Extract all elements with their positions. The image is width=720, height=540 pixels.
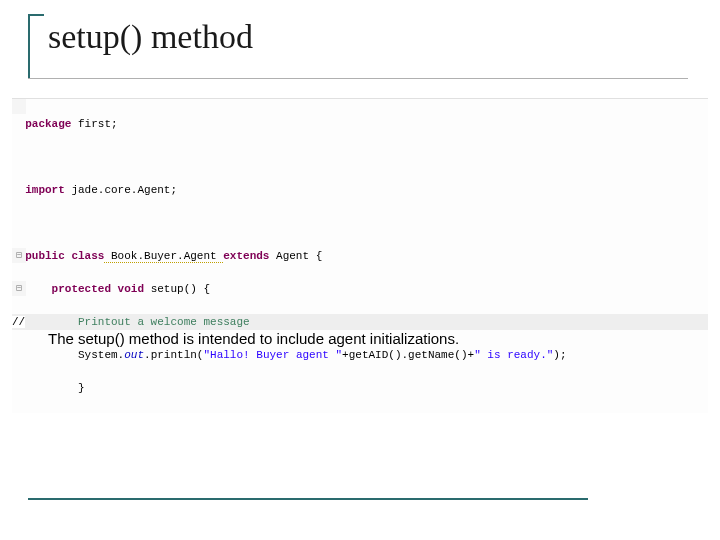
keyword-extends: extends — [223, 250, 269, 262]
comment-prefix: // — [12, 316, 25, 328]
slide-description: The setup() method is intended to includ… — [48, 330, 459, 347]
code-text: Agent { — [269, 250, 322, 262]
code-blank-line — [12, 149, 708, 166]
code-text: +getAID().getName()+ — [342, 349, 474, 361]
code-text: .println( — [144, 349, 203, 361]
code-line: import jade.core.Agent; — [12, 182, 708, 199]
code-text: jade.core.Agent; — [65, 184, 177, 196]
code-comment-line: // Printout a welcome message — [12, 314, 708, 331]
static-field: out — [124, 349, 144, 361]
code-text: setup() { — [144, 283, 210, 295]
code-line: } — [12, 380, 708, 397]
code-text: first; — [71, 118, 117, 130]
keyword-protected-void: protected void — [25, 283, 144, 295]
keyword-import: import — [25, 184, 65, 196]
title-underline — [28, 78, 688, 79]
fold-icon: ⊟ — [12, 281, 26, 296]
fold-icon: ⊟ — [12, 248, 26, 263]
code-block: package first; import jade.core.Agent; ⊟… — [12, 98, 708, 413]
keyword-public-class: public class — [25, 250, 104, 262]
code-text: } — [25, 382, 84, 394]
code-blank-line — [12, 215, 708, 232]
string-literal: " is ready." — [474, 349, 553, 361]
code-line: package first; — [12, 116, 708, 133]
code-text: System. — [25, 349, 124, 361]
bottom-accent — [28, 498, 588, 500]
code-line: System.out.println("Hallo! Buyer agent "… — [12, 347, 708, 364]
code-line: ⊟ protected void setup() { — [12, 281, 708, 298]
keyword-package: package — [25, 118, 71, 130]
code-line: ⊟ public class Book.Buyer.Agent extends … — [12, 248, 708, 265]
slide-title: setup() method — [48, 18, 253, 56]
comment-text: Printout a welcome message — [25, 316, 249, 328]
string-literal: "Hallo! Buyer agent " — [203, 349, 342, 361]
code-text: ); — [553, 349, 566, 361]
class-name: Book.Buyer.Agent — [104, 250, 223, 263]
corner-accent — [28, 14, 44, 78]
